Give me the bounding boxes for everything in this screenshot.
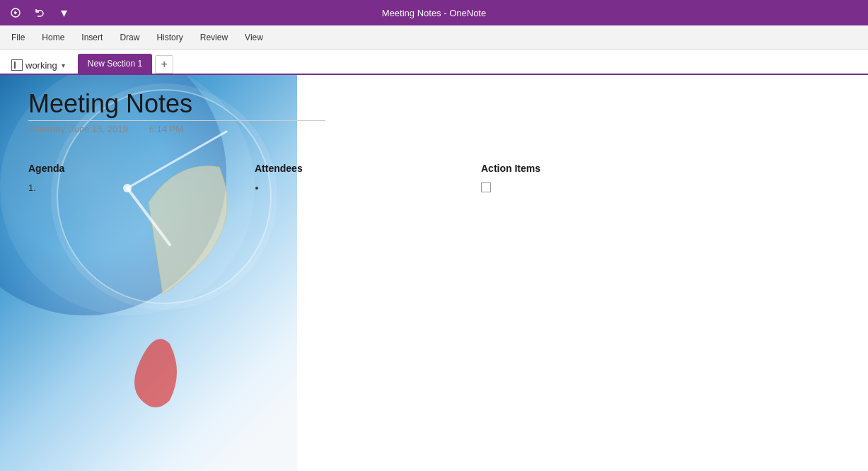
notebook-dropdown-icon[interactable]: ▾ <box>62 62 65 69</box>
title-bar-controls: ▾ <box>6 3 74 23</box>
agenda-body[interactable] <box>28 182 170 193</box>
agenda-header: Agenda <box>28 163 170 174</box>
tab-bar: working ▾ New Section 1 + <box>0 50 868 75</box>
attendees-header: Attendees <box>255 163 396 174</box>
menu-file[interactable]: File <box>3 28 33 47</box>
add-section-button[interactable]: + <box>155 55 173 74</box>
ribbon-menu: File Home Insert Draw History Review Vie… <box>0 25 868 50</box>
notebook-name: working <box>25 60 57 71</box>
window-title: Meeting Notes - OneNote <box>382 8 486 18</box>
note-content: Meeting Notes Saturday, June 15, 2019 6:… <box>0 75 868 471</box>
action-item-checkbox-1[interactable] <box>481 182 491 192</box>
undo-button[interactable] <box>30 3 50 23</box>
menu-draw[interactable]: Draw <box>111 28 148 47</box>
agenda-column: Agenda <box>28 163 170 194</box>
note-title[interactable]: Meeting Notes <box>28 89 325 121</box>
action-items-body <box>481 182 623 194</box>
more-button[interactable]: ▾ <box>54 3 74 23</box>
action-items-column: Action Items <box>481 163 623 194</box>
note-date: Saturday, June 15, 2019 <box>28 124 128 134</box>
attendee-item-1[interactable] <box>266 182 396 194</box>
menu-insert[interactable]: Insert <box>73 28 111 47</box>
back-button[interactable] <box>6 3 25 23</box>
menu-view[interactable]: View <box>236 28 272 47</box>
note-time: 6:14 PM <box>149 124 183 134</box>
menu-home[interactable]: Home <box>33 28 73 47</box>
note-datetime: Saturday, June 15, 2019 6:14 PM <box>28 124 840 134</box>
attendees-column: Attendees <box>255 163 396 194</box>
action-items-header: Action Items <box>481 163 623 174</box>
agenda-item-1[interactable] <box>28 182 170 193</box>
title-bar: ▾ Meeting Notes - OneNote <box>0 0 868 25</box>
attendees-body[interactable] <box>255 182 396 194</box>
menu-review[interactable]: Review <box>192 28 236 47</box>
notebook-icon <box>11 59 23 71</box>
section-tab[interactable]: New Section 1 <box>78 54 152 74</box>
menu-history[interactable]: History <box>148 28 191 47</box>
note-columns: Agenda Attendees Action Items <box>28 163 840 194</box>
notebook-selector[interactable]: working ▾ <box>6 57 71 74</box>
content-area: Meeting Notes Saturday, June 15, 2019 6:… <box>0 75 868 471</box>
